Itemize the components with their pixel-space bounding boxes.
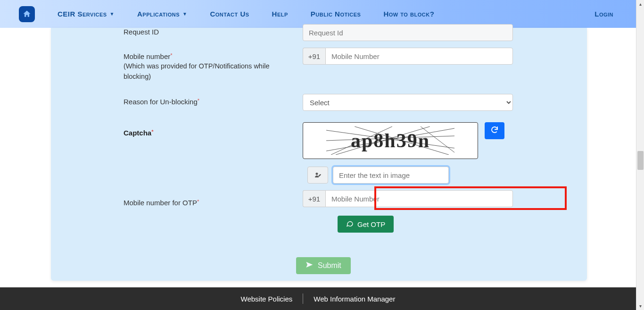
chevron-down-icon: ▼ <box>182 11 187 17</box>
login-link[interactable]: Login <box>594 0 613 28</box>
required-mark: * <box>151 129 153 134</box>
label-captcha: Captcha* <box>124 129 298 137</box>
required-mark: * <box>170 52 172 58</box>
label-request-id: Request ID <box>124 28 298 36</box>
footer: Website Policies Web Information Manager <box>0 287 636 310</box>
request-id-input[interactable] <box>303 24 513 41</box>
nav-label: Applications <box>137 10 180 18</box>
otp-mobile-input[interactable] <box>325 190 513 207</box>
label-text: Request ID <box>124 28 159 36</box>
form-panel: Request ID Mobile number* (Which was pro… <box>51 28 587 281</box>
mobile-prefix: +91 <box>303 48 325 65</box>
captcha-entry-group <box>307 167 449 184</box>
submit-label: Submit <box>318 261 341 270</box>
captcha-image-box: ap8h39n <box>303 122 478 159</box>
captcha-image: ap8h39n <box>326 126 454 155</box>
svg-point-7 <box>316 173 318 175</box>
vertical-scrollbar[interactable]: ▴ ▾ <box>636 0 644 310</box>
label-reason: Reason for Un-blocking* <box>124 98 298 106</box>
field-request-id <box>303 24 513 41</box>
reason-select[interactable]: Select <box>303 94 513 111</box>
field-otp-mobile: +91 <box>303 186 567 211</box>
nav-label: Help <box>272 10 288 18</box>
login-label: Login <box>594 10 613 18</box>
captcha-refresh-button[interactable] <box>485 122 504 139</box>
label-text: Captcha <box>124 129 151 137</box>
mobile-input[interactable] <box>325 48 513 65</box>
label-mobile: Mobile number* (Which was provided for O… <box>124 52 298 82</box>
label-text: Mobile number for OTP <box>124 199 197 207</box>
nav-contact-us[interactable]: Contact Us <box>210 10 249 18</box>
nav-label: Public Notices <box>311 10 361 18</box>
label-text: Mobile number <box>124 52 170 60</box>
otp-mobile-prefix: +91 <box>303 190 325 207</box>
scroll-up-button[interactable]: ▴ <box>636 0 644 8</box>
mobile-hint: (Which was provided for OTP/Notification… <box>124 61 298 82</box>
nav-label: How to block? <box>383 10 434 18</box>
scroll-thumb[interactable] <box>637 151 644 170</box>
nav-public-notices[interactable]: Public Notices <box>311 10 361 18</box>
nav-help[interactable]: Help <box>272 10 288 18</box>
chat-icon <box>346 220 354 229</box>
refresh-icon <box>490 126 499 136</box>
submit-button[interactable]: Submit <box>296 257 351 274</box>
nav-label: Contact Us <box>210 10 249 18</box>
home-icon[interactable] <box>19 6 35 22</box>
footer-divider <box>303 293 303 304</box>
person-edit-icon <box>307 167 328 184</box>
required-mark: * <box>197 199 199 204</box>
label-otp-mobile: Mobile number for OTP* <box>124 199 298 207</box>
get-otp-label: Get OTP <box>357 220 385 228</box>
get-otp-button[interactable]: Get OTP <box>338 216 394 233</box>
nav-ceir-services[interactable]: CEIR Services ▼ <box>58 10 115 18</box>
footer-link-policies[interactable]: Website Policies <box>241 295 293 303</box>
captcha-input[interactable] <box>333 167 449 184</box>
label-text: Reason for Un-blocking <box>124 98 198 106</box>
chevron-down-icon: ▼ <box>110 11 115 17</box>
footer-link-wim[interactable]: Web Information Manager <box>314 295 395 303</box>
send-icon <box>305 261 313 270</box>
required-mark: * <box>198 98 199 103</box>
field-reason: Select <box>303 94 513 111</box>
nav-how-to-block[interactable]: How to block? <box>383 10 434 18</box>
nav-applications[interactable]: Applications ▼ <box>137 10 187 18</box>
scroll-down-button[interactable]: ▾ <box>636 302 644 310</box>
field-mobile: +91 <box>303 48 513 65</box>
nav-label: CEIR Services <box>58 10 107 18</box>
captcha-text: ap8h39n <box>351 129 430 152</box>
